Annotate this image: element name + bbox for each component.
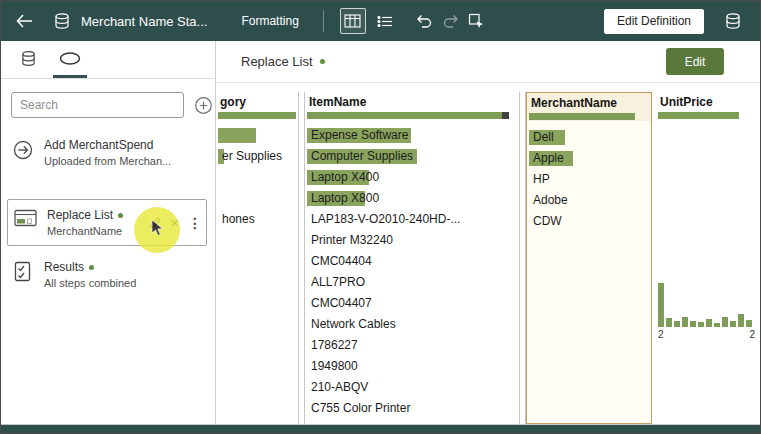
cell-row[interactable] [216,125,298,146]
cell-row[interactable]: C755 Color Printer [305,398,519,419]
sidebar: Add MerchantSpend Uploaded from Merchan.… [1,41,216,424]
cell-row[interactable]: 1949800 [305,356,519,377]
body: Add MerchantSpend Uploaded from Merchan.… [1,41,760,424]
step-item-title: Results [44,260,84,274]
cell-text: LAP183-V-O2010-240HD-... [305,209,460,230]
datasets-tab-icon[interactable] [11,41,45,78]
cell-row[interactable]: hones [216,209,298,230]
cell-row[interactable]: Network Cables [305,314,519,335]
step-item-title: Add MerchantSpend [44,138,153,152]
sidebar-step-item[interactable]: Results All steps combined [11,260,207,289]
histogram-bar [746,320,752,327]
divider [323,10,324,32]
axis-label: 2 [749,329,755,340]
back-icon[interactable] [11,8,37,34]
cell-row[interactable]: Computer Supplies [305,146,519,167]
formatting-menu[interactable]: Formatting [241,14,298,28]
cell-row[interactable] [216,188,298,209]
sidebar-step-item[interactable]: Add MerchantSpend Uploaded from Merchan.… [11,138,207,167]
edit-button[interactable]: Edit [666,48,724,75]
column-header[interactable]: ItemName [305,92,519,112]
search-input[interactable] [11,92,184,118]
redo-icon[interactable] [438,8,464,34]
cell-text: er Supplies [216,146,282,167]
cell-row[interactable]: Dell [527,127,651,148]
frequency-bar [218,128,256,143]
histogram-bar [738,314,744,327]
cell-text: Apple [527,148,564,169]
delete-step-icon[interactable]: × [171,216,179,230]
modified-dot [320,59,325,64]
cell-row[interactable]: CDW [527,211,651,232]
steps-tab-icon[interactable] [53,41,87,78]
cell-row[interactable]: 210-ABQV [305,377,519,398]
cell-row[interactable]: Apple [527,148,651,169]
step-menu-icon[interactable]: ⋮ [188,216,202,230]
table-view-icon[interactable] [340,8,366,34]
sidebar-step-item[interactable]: Replace List MerchantName × ⋮ [7,199,207,246]
unitprice-histogram: 22 [658,283,755,340]
cell-row[interactable] [216,167,298,188]
cell-row[interactable]: Laptop X800 [305,188,519,209]
main-panel: Replace List Edit gory er Supplies hones [216,41,760,424]
inspect-icon[interactable] [464,8,490,34]
search-row [1,79,215,118]
cell-row[interactable]: Expense Software [305,125,519,146]
data-column[interactable]: gory er Supplies hones [216,92,298,424]
column-values: Expense Software Computer Supplies Lapto… [305,125,519,424]
cell-row[interactable]: Adobe [527,190,651,211]
dataset-icon[interactable] [49,8,75,34]
quality-invalid-segment [502,112,508,119]
cell-row[interactable]: 1786227 [305,335,519,356]
quality-bar[interactable] [218,112,296,119]
cell-text: Expense Software [305,125,408,146]
axis-label: 2 [658,329,664,340]
cell-row[interactable]: HP [527,169,651,190]
cell-row[interactable]: CMC04404 [305,251,519,272]
histogram-bar [698,322,704,327]
topbar: Merchant Name Sta... Formatting Edit Def… [1,1,760,41]
sidebar-tabs [1,41,215,79]
quality-bar[interactable] [307,112,517,119]
cell-row[interactable]: Printer M32240 [305,230,519,251]
cell-row[interactable]: er Supplies [216,146,298,167]
cell-row[interactable]: CMC04407 [305,293,519,314]
quality-valid-segment [658,112,739,119]
modified-dot [89,265,94,270]
column-header[interactable]: UnitPrice [656,92,757,112]
undo-icon[interactable] [412,8,438,34]
histogram-bar [706,319,712,327]
cell-text: Network Cables [305,314,396,335]
data-column[interactable]: UnitPrice 22 [656,92,757,424]
data-column[interactable]: MerchantName Dell Apple HP Adobe CDW [526,92,652,424]
cell-text: hones [216,209,255,230]
histogram-bar [690,321,696,327]
cell-text: Laptop X800 [305,188,379,209]
cell-row[interactable]: CMC04406 [305,419,519,424]
step-header: Replace List Edit [216,41,760,83]
cell-row[interactable]: LAP183-V-O2010-240HD-... [305,209,519,230]
cell-row[interactable]: ALL7PRO [305,272,519,293]
column-header[interactable]: gory [216,92,298,112]
quality-bar[interactable] [529,113,649,120]
edit-definition-button[interactable]: Edit Definition [604,9,704,34]
data-column[interactable]: ItemName Expense Software Computer Suppl… [305,92,519,424]
window-title: Merchant Name Sta... [81,14,207,29]
step-item-title: Replace List [47,208,113,222]
step-title: Replace List [241,54,313,69]
list-view-icon[interactable] [372,8,398,34]
add-step-icon[interactable] [194,96,213,115]
cell-text: CMC04407 [305,293,372,314]
edit-step-icon[interactable] [149,216,162,229]
column-header[interactable]: MerchantName [527,93,651,113]
cell-text: 210-ABQV [305,377,368,398]
quality-bar[interactable] [658,112,755,119]
data-preview: gory er Supplies hones ItemName [216,83,760,424]
column-separator [298,92,305,424]
quality-valid-segment [218,112,296,119]
step-item-subtitle: All steps combined [44,277,136,289]
cell-text: Printer M32240 [305,230,393,251]
cell-row[interactable]: Laptop X400 [305,167,519,188]
histogram-bar [722,317,728,327]
dataset-icon-right[interactable] [720,8,746,34]
